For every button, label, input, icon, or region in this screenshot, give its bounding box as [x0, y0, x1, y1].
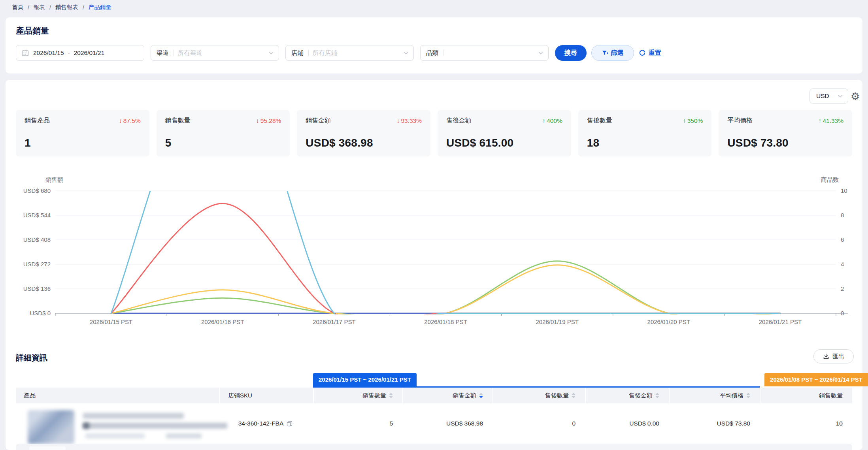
column-header-prev-sales-qty[interactable]: 銷售數量: [760, 388, 852, 403]
store-select[interactable]: 店鋪 所有店鋪: [285, 45, 414, 61]
date-range-dash: -: [68, 49, 70, 56]
product-sales-page: 首頁 / 報表 / 銷售報表 / 产品銷量 產品銷量 2026/01/15 - …: [0, 0, 868, 450]
sort-caret-icon[interactable]: [479, 393, 483, 398]
svg-text:商品数: 商品数: [821, 176, 839, 183]
export-button-label: 匯出: [832, 353, 844, 360]
table-row[interactable]: 34-360-142-FBA 5 USD$ 368.98 0 USD$ 0.00…: [16, 403, 852, 444]
sort-caret-icon[interactable]: [389, 393, 393, 398]
stat-delta: ↑41.33%: [819, 117, 843, 124]
avg-price-cell: USD$ 73.80: [669, 403, 760, 444]
search-button[interactable]: 搜尋: [555, 45, 587, 61]
svg-text:2: 2: [841, 285, 844, 292]
funnel-icon: [602, 50, 608, 56]
stat-delta: ↓95.28%: [256, 117, 281, 124]
date-range-picker[interactable]: 2026/01/15 - 2026/01/21: [16, 45, 144, 61]
stat-label: 售後數量: [587, 117, 612, 125]
stat-card-sales-qty: 銷售數量 ↓95.28% 5: [157, 110, 290, 156]
column-header-after-amount[interactable]: 售後金額: [585, 388, 669, 403]
svg-text:USD$ 136: USD$ 136: [23, 285, 51, 292]
sales-line-chart[interactable]: USD$ 68010USD$ 5448USD$ 4086USD$ 2724USD…: [12, 174, 856, 326]
filters-card: 產品銷量 2026/01/15 - 2026/01/21 渠道 所有渠道 店鋪 …: [6, 17, 862, 73]
report-card: USD ⚙ 銷售產品 ↓87.5% 1 銷售數量 ↓95.28% 5: [6, 80, 862, 450]
delta-arrow-icon: ↑: [819, 117, 822, 124]
delta-arrow-icon: ↓: [119, 117, 122, 124]
chart-canvas: USD$ 68010USD$ 5448USD$ 4086USD$ 2724USD…: [12, 174, 856, 326]
column-header-avg-price[interactable]: 平均價格: [669, 388, 760, 403]
svg-text:2026/01/15 PST: 2026/01/15 PST: [90, 318, 132, 325]
column-header-sales-amount[interactable]: 銷售金額: [402, 388, 492, 403]
currency-select[interactable]: USD: [810, 88, 848, 104]
store-placeholder: 所有店鋪: [313, 49, 403, 57]
filter-button[interactable]: 篩選: [591, 45, 634, 61]
stat-value: USD$ 73.80: [727, 137, 789, 149]
sales-amount-cell: USD$ 368.98: [402, 403, 492, 444]
svg-text:2026/01/16 PST: 2026/01/16 PST: [201, 318, 244, 325]
category-label: 品類: [426, 49, 438, 57]
stat-label: 銷售產品: [25, 117, 50, 125]
chevron-down-icon: [838, 93, 843, 99]
stat-label: 售後金額: [446, 117, 472, 125]
chevron-down-icon: [538, 50, 543, 56]
stat-delta: ↓93.33%: [397, 117, 422, 124]
reset-button-label: 重置: [649, 49, 661, 57]
channel-select[interactable]: 渠道 所有渠道: [151, 45, 279, 61]
copy-icon[interactable]: [287, 421, 292, 427]
sku-value: 34-360-142-FBA: [238, 420, 284, 427]
sort-caret-icon[interactable]: [572, 393, 576, 398]
stat-delta: ↑400%: [542, 117, 562, 124]
svg-text:2026/01/21 PST: 2026/01/21 PST: [759, 318, 802, 325]
date-start-value[interactable]: 2026/01/15: [33, 49, 64, 56]
svg-text:2026/01/20 PST: 2026/01/20 PST: [647, 318, 690, 325]
after-qty-cell: 0: [492, 403, 585, 444]
sales-qty-cell: 5: [313, 403, 402, 444]
stat-card-after-sales-amount: 售後金額 ↑400% USD$ 615.00: [438, 110, 571, 156]
stat-label: 銷售數量: [165, 117, 191, 125]
chevron-down-icon: [268, 50, 274, 56]
svg-text:USD$ 0: USD$ 0: [30, 310, 51, 316]
search-button-label: 搜尋: [564, 49, 577, 57]
breadcrumb-sales-report[interactable]: 銷售報表: [55, 4, 78, 11]
stat-label: 平均價格: [727, 117, 753, 125]
export-button[interactable]: 匯出: [813, 349, 854, 363]
settings-gear-icon[interactable]: ⚙: [851, 89, 860, 104]
product-thumbnail-blurred: [28, 410, 74, 444]
refresh-icon: [639, 49, 646, 56]
download-icon: [823, 353, 829, 360]
stat-value: USD$ 615.00: [446, 137, 513, 149]
breadcrumb-reports[interactable]: 報表: [34, 4, 45, 11]
prev-sales-qty-cell: 10: [760, 403, 852, 444]
date-end-value[interactable]: 2026/01/21: [74, 49, 105, 56]
details-table-header: 產品 店铺SKU 銷售數量 銷售金額 售後數量 售後金額 平均價格 銷售數量: [16, 388, 852, 403]
breadcrumb-separator: /: [83, 4, 84, 11]
stat-value: 5: [165, 137, 172, 149]
channel-placeholder: 所有渠道: [178, 49, 268, 57]
breadcrumb: 首頁 / 報表 / 銷售報表 / 产品銷量: [12, 4, 111, 11]
delta-arrow-icon: ↓: [256, 117, 259, 124]
breadcrumb-home[interactable]: 首頁: [12, 4, 23, 11]
stat-card-sales-amount: 銷售金額 ↓93.33% USD$ 368.98: [297, 110, 430, 156]
next-row-thumbnail-partial: [29, 446, 66, 450]
column-header-after-qty[interactable]: 售後數量: [492, 388, 585, 403]
stat-delta: ↑350%: [683, 117, 703, 124]
reset-button[interactable]: 重置: [639, 45, 661, 61]
divider: [443, 50, 443, 56]
currency-value: USD: [816, 92, 829, 100]
sort-caret-icon[interactable]: [655, 393, 659, 398]
chevron-down-icon: [403, 50, 409, 56]
store-label: 店鋪: [291, 49, 304, 57]
svg-text:6: 6: [841, 236, 844, 243]
filter-button-label: 篩選: [611, 49, 624, 57]
sort-caret-icon[interactable]: [746, 393, 750, 398]
stat-value: 18: [587, 137, 600, 149]
column-header-sku: 店铺SKU: [219, 388, 313, 403]
category-select[interactable]: 品類: [420, 45, 549, 61]
calendar-icon: [21, 49, 29, 57]
stat-card-avg-price: 平均價格 ↑41.33% USD$ 73.80: [719, 110, 852, 156]
stat-value: USD$ 368.98: [306, 137, 373, 149]
svg-text:2026/01/18 PST: 2026/01/18 PST: [424, 318, 467, 325]
breadcrumb-separator: /: [49, 4, 51, 11]
svg-text:10: 10: [841, 187, 847, 194]
channel-label: 渠道: [157, 49, 169, 57]
column-header-sales-qty[interactable]: 銷售數量: [313, 388, 402, 403]
column-header-product: 產品: [16, 388, 219, 403]
